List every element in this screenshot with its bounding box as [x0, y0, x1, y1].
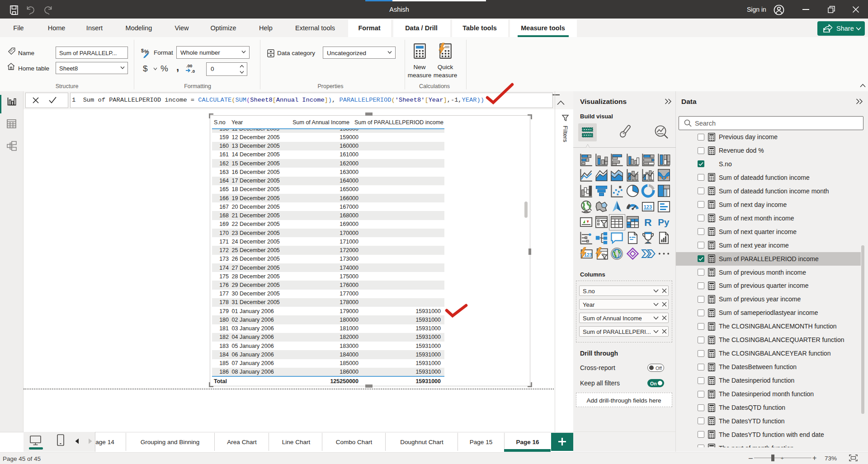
- svg-text:.00: .00: [186, 63, 192, 68]
- svg-text:R: R: [644, 216, 652, 228]
- svg-text:Py: Py: [658, 217, 670, 227]
- svg-text:$: $: [141, 48, 144, 53]
- svg-text:123: 123: [644, 204, 652, 209]
- svg-text:.0: .0: [191, 69, 195, 74]
